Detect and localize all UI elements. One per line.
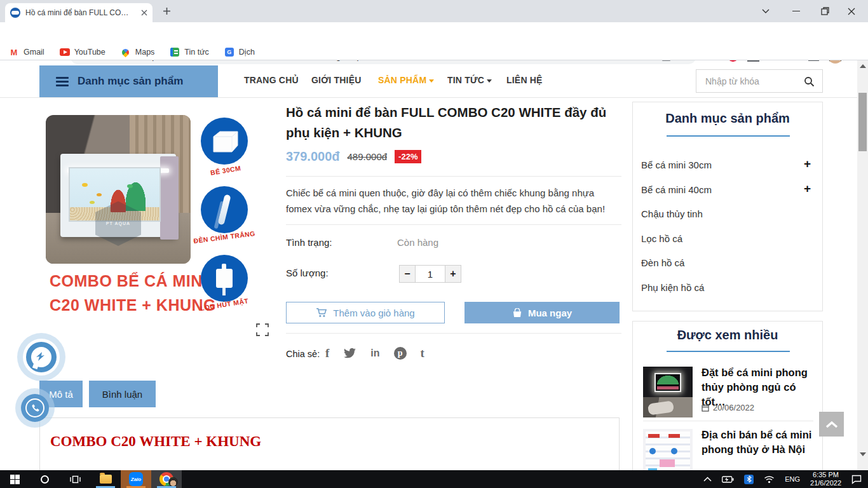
title-underline — [667, 135, 790, 137]
category-loc-ho-ca[interactable]: Lọc hồ cá — [641, 233, 682, 244]
bookmark-youtube[interactable]: YouTube — [60, 47, 105, 57]
share-label: Chia sẻ: — [286, 349, 320, 359]
product-image[interactable]: PT AQUA — [46, 115, 191, 264]
catalog-menu-label: Danh mục sản phẩm — [78, 75, 183, 88]
quantity-label: Số lượng: — [286, 268, 329, 278]
discount-badge: -22% — [395, 150, 421, 163]
divider — [286, 176, 621, 177]
window-menu-chevron-icon[interactable] — [761, 0, 770, 22]
bluetooth-icon[interactable] — [744, 475, 754, 484]
search-box — [696, 69, 823, 93]
product-description: Chiếc bể cá mini quen thuộc, giờ đây lại… — [286, 185, 621, 217]
catalog-menu-button[interactable]: Danh mục sản phẩm — [39, 65, 218, 97]
add-to-cart-button[interactable]: Thêm vào giỏ hàng — [286, 302, 445, 323]
chrome-button[interactable] — [151, 470, 182, 488]
taskbar-search-button[interactable] — [29, 470, 60, 488]
taskbar-clock[interactable]: 6:35 PM 21/6/2022 — [810, 471, 841, 487]
cart-icon — [316, 308, 327, 318]
window-close-button[interactable] — [847, 0, 856, 22]
category-chau-thuy-tinh[interactable]: Chậu thủy tinh — [641, 208, 703, 219]
youtube-icon — [60, 47, 70, 57]
pinterest-share-icon[interactable]: p — [394, 347, 407, 360]
wifi-icon[interactable] — [764, 475, 775, 484]
cortana-icon — [41, 475, 49, 484]
phone-icon — [31, 403, 40, 413]
bookmark-news[interactable]: Tin tức — [170, 47, 208, 57]
window-minimize-button[interactable] — [792, 0, 801, 22]
twitter-share-icon[interactable] — [343, 348, 356, 359]
maps-pin-icon — [121, 47, 131, 57]
scrollbar-up-arrow[interactable] — [860, 64, 866, 68]
browser-tab[interactable]: Hồ cá mini để bàn FULL COMBO — [5, 3, 153, 22]
nav-products[interactable]: SẢN PHẨM — [378, 75, 434, 85]
tab-comments[interactable]: Bình luận — [89, 381, 156, 407]
translate-icon: G — [224, 47, 234, 57]
taskbar-time: 6:35 PM — [810, 471, 841, 479]
gmail-icon: M — [9, 47, 19, 57]
status-label: Tình trạng: — [286, 237, 332, 248]
linkedin-share-icon[interactable]: in — [370, 348, 379, 359]
facebook-share-icon[interactable]: f — [325, 346, 329, 360]
keyboard-language[interactable]: ENG — [785, 475, 800, 483]
fullscreen-expand-icon[interactable] — [256, 323, 269, 336]
product-image-caption-line1: COMBO BỂ CÁ MINI — [50, 272, 207, 290]
nav-contact[interactable]: LIÊN HỆ — [506, 75, 543, 85]
chrome-profile-avatar — [168, 477, 178, 487]
bookmark-gmail[interactable]: M Gmail — [9, 47, 44, 57]
article-date-row: 20/06/2022 — [702, 403, 754, 412]
bookmark-label: Tin tức — [184, 48, 208, 57]
tumblr-share-icon[interactable]: t — [421, 346, 424, 360]
chevron-down-icon — [429, 79, 434, 83]
nav-home[interactable]: TRANG CHỦ — [244, 75, 299, 85]
buy-now-label: Mua ngay — [528, 308, 572, 318]
chevron-down-icon — [487, 79, 492, 83]
scrollbar-down-arrow[interactable] — [860, 452, 866, 456]
google-news-icon — [170, 47, 180, 57]
phone-button[interactable] — [21, 394, 49, 422]
messenger-icon — [36, 351, 47, 362]
category-expand-icon[interactable]: + — [804, 184, 811, 193]
category-phu-kien-ho-ca[interactable]: Phụ kiện hồ cá — [641, 282, 704, 293]
tray-expand-chevron-icon[interactable] — [703, 477, 712, 482]
product-old-price: 489.000đ — [348, 151, 388, 162]
category-expand-icon[interactable]: + — [804, 159, 811, 168]
bookmark-label: Dịch — [239, 48, 255, 57]
category-be-ca-mini-30cm[interactable]: Bể cá mini 30cm — [641, 159, 712, 170]
task-view-button[interactable] — [60, 470, 90, 488]
article-title[interactable]: Địa chỉ bán bể cá mini phong thủy ở Hà N… — [702, 428, 817, 457]
article-thumbnail[interactable] — [643, 429, 693, 472]
tab-close-icon[interactable] — [141, 10, 147, 16]
divider — [286, 333, 621, 334]
category-den-ho-ca[interactable]: Đèn hồ cá — [641, 257, 684, 268]
new-tab-button[interactable] — [163, 7, 171, 15]
bookmark-maps[interactable]: Maps — [121, 47, 155, 57]
task-view-icon — [70, 475, 81, 484]
quantity-plus-button[interactable]: + — [445, 265, 461, 283]
divider — [286, 224, 621, 225]
start-button[interactable] — [0, 470, 29, 488]
title-underline — [667, 351, 790, 352]
badge-led-light-icon — [201, 186, 248, 233]
messenger-button[interactable] — [26, 342, 57, 372]
add-to-cart-label: Thêm vào giỏ hàng — [333, 308, 414, 318]
zalo-button[interactable]: Zalo — [121, 470, 151, 488]
nav-about[interactable]: GIỚI THIỆU — [311, 75, 362, 85]
popular-panel: Được xem nhiều Đặt bể cá mini phong thủy… — [632, 321, 823, 472]
price-row: 379.000đ 489.000đ -22% — [286, 149, 421, 164]
quantity-minus-button[interactable]: − — [399, 265, 416, 283]
scrollbar-thumb[interactable] — [858, 93, 867, 151]
search-icon[interactable] — [804, 76, 815, 87]
window-maximize-button[interactable] — [820, 0, 829, 22]
bookmark-translate[interactable]: G Dịch — [224, 47, 255, 57]
bookmark-label: Gmail — [24, 48, 44, 57]
battery-icon[interactable] — [722, 476, 734, 483]
file-explorer-button[interactable] — [90, 470, 121, 488]
category-be-ca-mini-40cm[interactable]: Bể cá mini 40cm — [641, 184, 712, 195]
article-thumbnail[interactable] — [643, 367, 693, 417]
scroll-to-top-button[interactable] — [819, 412, 844, 437]
nav-news[interactable]: TIN TỨC — [447, 75, 492, 85]
buy-now-button[interactable]: Mua ngay — [465, 302, 620, 323]
badge-filter-icon — [201, 255, 248, 302]
action-center-icon[interactable] — [851, 475, 862, 484]
quantity-input[interactable] — [416, 265, 445, 283]
